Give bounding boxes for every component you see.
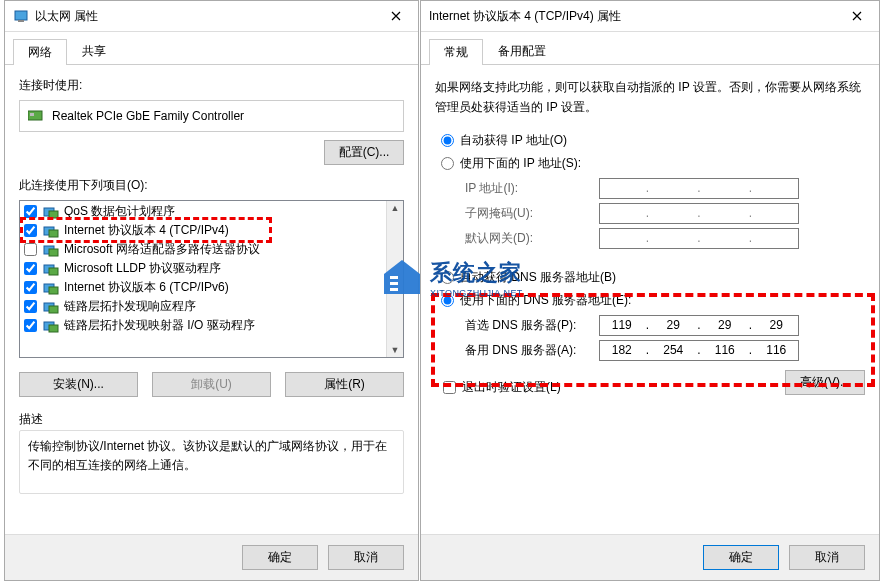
- dialog-body: 连接时使用: Realtek PCIe GbE Family Controlle…: [5, 65, 418, 506]
- protocol-button-row: 安装(N)... 卸载(U) 属性(R): [19, 372, 404, 397]
- dns-auto-radio[interactable]: [441, 271, 454, 284]
- close-button[interactable]: [834, 2, 879, 31]
- network-adapter-icon: [13, 8, 29, 24]
- list-item[interactable]: Internet 协议版本 6 (TCP/IPv6): [20, 278, 403, 297]
- ip-auto-radio-row[interactable]: 自动获得 IP 地址(O): [441, 132, 865, 149]
- protocol-checkbox[interactable]: [24, 205, 37, 218]
- dns-manual-radio-row[interactable]: 使用下面的 DNS 服务器地址(E):: [441, 292, 865, 309]
- protocol-label: Microsoft 网络适配器多路传送器协议: [64, 241, 260, 258]
- protocol-icon: [43, 300, 59, 314]
- ipv4-properties-dialog: Internet 协议版本 4 (TCP/IPv4) 属性 常规 备用配置 如果…: [420, 0, 880, 581]
- dialog-footer: 确定 取消: [421, 534, 879, 580]
- svg-rect-17: [49, 325, 58, 332]
- ip-auto-label: 自动获得 IP 地址(O): [460, 132, 567, 149]
- scroll-up-icon[interactable]: ▲: [391, 203, 400, 213]
- svg-rect-7: [49, 230, 58, 237]
- ethernet-properties-dialog: 以太网 属性 网络 共享 连接时使用: Realtek PCIe GbE Fam…: [4, 0, 419, 581]
- ip-manual-radio[interactable]: [441, 157, 454, 170]
- cancel-button[interactable]: 取消: [789, 545, 865, 570]
- titlebar: Internet 协议版本 4 (TCP/IPv4) 属性: [421, 1, 879, 32]
- dialog-body: 如果网络支持此功能，则可以获取自动指派的 IP 设置。否则，你需要从网络系统管理…: [421, 65, 879, 408]
- dns-manual-label: 使用下面的 DNS 服务器地址(E):: [460, 292, 631, 309]
- list-scrollbar[interactable]: ▲ ▼: [386, 201, 403, 357]
- protocol-checkbox[interactable]: [24, 243, 37, 256]
- nic-icon: [28, 110, 44, 122]
- tab-network[interactable]: 网络: [13, 39, 67, 65]
- tabs: 常规 备用配置: [421, 32, 879, 65]
- tab-alternate[interactable]: 备用配置: [483, 38, 561, 64]
- dns-auto-radio-row[interactable]: 自动获得 DNS 服务器地址(B): [441, 269, 865, 286]
- ip-group: 自动获得 IP 地址(O) 使用下面的 IP 地址(S): IP 地址(I):.…: [435, 132, 865, 249]
- properties-button[interactable]: 属性(R): [285, 372, 404, 397]
- svg-rect-1: [18, 20, 24, 22]
- list-item[interactable]: Microsoft 网络适配器多路传送器协议: [20, 240, 403, 259]
- tab-sharing[interactable]: 共享: [67, 38, 121, 64]
- dns-auto-label: 自动获得 DNS 服务器地址(B): [460, 269, 616, 286]
- dns-manual-radio[interactable]: [441, 294, 454, 307]
- gateway-label: 默认网关(D):: [465, 230, 599, 247]
- protocol-checkbox[interactable]: [24, 224, 37, 237]
- advanced-button[interactable]: 高级(V)...: [785, 370, 865, 395]
- items-label: 此连接使用下列项目(O):: [19, 177, 404, 194]
- validate-checkbox-row[interactable]: 退出时验证设置(L): [443, 379, 561, 396]
- protocol-icon: [43, 319, 59, 333]
- protocol-icon: [43, 281, 59, 295]
- protocol-label: Microsoft LLDP 协议驱动程序: [64, 260, 221, 277]
- protocol-checkbox[interactable]: [24, 300, 37, 313]
- gateway-input: ...: [599, 228, 799, 249]
- protocol-label: Internet 协议版本 4 (TCP/IPv4): [64, 222, 229, 239]
- scroll-down-icon[interactable]: ▼: [391, 345, 400, 355]
- list-item[interactable]: Internet 协议版本 4 (TCP/IPv4): [20, 221, 403, 240]
- cancel-button[interactable]: 取消: [328, 545, 404, 570]
- ip-address-input: ...: [599, 178, 799, 199]
- dialog-title: Internet 协议版本 4 (TCP/IPv4) 属性: [429, 8, 834, 25]
- protocol-icon: [43, 262, 59, 276]
- ok-button[interactable]: 确定: [703, 545, 779, 570]
- install-button[interactable]: 安装(N)...: [19, 372, 138, 397]
- validate-checkbox[interactable]: [443, 381, 456, 394]
- dns-group: 自动获得 DNS 服务器地址(B) 使用下面的 DNS 服务器地址(E): 首选…: [435, 269, 865, 361]
- list-item[interactable]: Microsoft LLDP 协议驱动程序: [20, 259, 403, 278]
- svg-rect-3: [30, 113, 34, 116]
- subnet-mask-label: 子网掩码(U):: [465, 205, 599, 222]
- protocol-checkbox[interactable]: [24, 262, 37, 275]
- ip-manual-radio-row[interactable]: 使用下面的 IP 地址(S):: [441, 155, 865, 172]
- alternate-dns-input[interactable]: 182. 254. 116. 116: [599, 340, 799, 361]
- uninstall-button: 卸载(U): [152, 372, 271, 397]
- info-text: 如果网络支持此功能，则可以获取自动指派的 IP 设置。否则，你需要从网络系统管理…: [435, 77, 865, 118]
- preferred-dns-input[interactable]: 119. 29. 29. 29: [599, 315, 799, 336]
- svg-rect-13: [49, 287, 58, 294]
- titlebar: 以太网 属性: [5, 1, 418, 32]
- protocol-checkbox[interactable]: [24, 281, 37, 294]
- svg-rect-15: [49, 306, 58, 313]
- protocol-label: Internet 协议版本 6 (TCP/IPv6): [64, 279, 229, 296]
- close-button[interactable]: [373, 2, 418, 31]
- protocol-icon: [43, 243, 59, 257]
- protocol-label: 链路层拓扑发现映射器 I/O 驱动程序: [64, 317, 255, 334]
- protocol-checkbox[interactable]: [24, 319, 37, 332]
- protocol-label: 链路层拓扑发现响应程序: [64, 298, 196, 315]
- description-text: 传输控制协议/Internet 协议。该协议是默认的广域网络协议，用于在不同的相…: [19, 430, 404, 494]
- tab-general[interactable]: 常规: [429, 39, 483, 65]
- protocol-list[interactable]: QoS 数据包计划程序Internet 协议版本 4 (TCP/IPv4)Mic…: [19, 200, 404, 358]
- description-label: 描述: [19, 411, 404, 428]
- protocol-icon: [43, 205, 59, 219]
- svg-rect-9: [49, 249, 58, 256]
- ip-auto-radio[interactable]: [441, 134, 454, 147]
- svg-rect-0: [15, 11, 27, 20]
- ip-address-label: IP 地址(I):: [465, 180, 599, 197]
- adapter-name: Realtek PCIe GbE Family Controller: [52, 109, 244, 123]
- protocol-label: QoS 数据包计划程序: [64, 203, 175, 220]
- list-item[interactable]: QoS 数据包计划程序: [20, 202, 403, 221]
- ip-manual-label: 使用下面的 IP 地址(S):: [460, 155, 581, 172]
- preferred-dns-label: 首选 DNS 服务器(P):: [465, 317, 599, 334]
- subnet-mask-input: ...: [599, 203, 799, 224]
- ok-button[interactable]: 确定: [242, 545, 318, 570]
- adapter-box: Realtek PCIe GbE Family Controller: [19, 100, 404, 132]
- dialog-footer: 确定 取消: [5, 534, 418, 580]
- protocol-icon: [43, 224, 59, 238]
- list-item[interactable]: 链路层拓扑发现映射器 I/O 驱动程序: [20, 316, 403, 335]
- list-item[interactable]: 链路层拓扑发现响应程序: [20, 297, 403, 316]
- configure-button[interactable]: 配置(C)...: [324, 140, 404, 165]
- svg-rect-5: [49, 211, 58, 218]
